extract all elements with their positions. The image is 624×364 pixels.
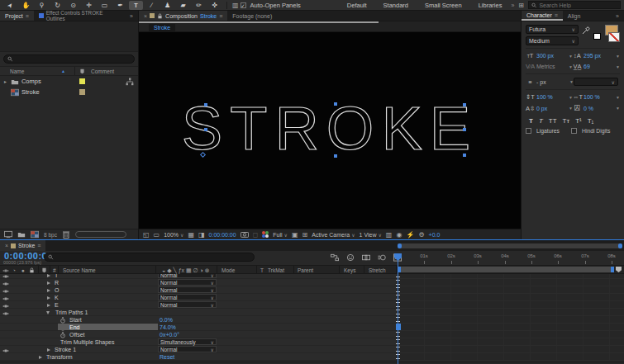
close-icon[interactable]: × [144, 13, 147, 19]
tab-project[interactable]: Project ≡ [0, 11, 34, 21]
clone-stamp-tool[interactable]: ♟ [160, 1, 174, 10]
timeline-row-group-r[interactable]: R Normal∨ [0, 279, 624, 286]
selected-property-mark[interactable] [396, 324, 401, 330]
mini-flowchart-icon[interactable] [331, 253, 339, 262]
navigator-end-handle[interactable] [618, 243, 622, 248]
work-area-bar[interactable] [398, 267, 614, 272]
blend-mode-dropdown[interactable]: Normal∨ [158, 301, 217, 308]
twirl-icon[interactable] [47, 289, 50, 292]
column-stretch[interactable]: Stretch [369, 267, 386, 273]
keyframe-lane[interactable] [398, 279, 624, 286]
timeline-row-group-o[interactable]: O Normal∨ [0, 286, 624, 294]
composition-breadcrumb[interactable]: Stroke [149, 24, 175, 31]
font-family-select[interactable]: Futura∨ [526, 25, 579, 34]
horizontal-scale-field[interactable]: ⇔T 100 %▼ [573, 93, 620, 101]
twirl-icon[interactable]: ► [3, 79, 7, 84]
keyframe-lane[interactable] [398, 301, 624, 309]
timeline-jump-icon[interactable]: ⚙ [418, 231, 424, 239]
selection-tool[interactable]: ➤ [3, 1, 17, 10]
brush-tool[interactable]: ∕ [145, 1, 159, 10]
baseline-shift-field[interactable]: A⇳ 0 px▼ [526, 104, 573, 112]
video-column-icon[interactable] [2, 267, 9, 274]
selection-handle-middle-left[interactable] [204, 128, 207, 131]
keyframe-lane[interactable] [398, 324, 624, 331]
blend-mode-dropdown[interactable]: Normal∨ [158, 274, 217, 278]
keyframe-lane[interactable] [398, 309, 624, 316]
property-name[interactable]: Start [69, 316, 82, 324]
stroke-width-field[interactable]: ≡ - px▼ [526, 78, 574, 86]
camera-tool[interactable]: ⊙ [66, 1, 80, 10]
label-color-swatch[interactable] [79, 89, 85, 95]
rectangle-tool[interactable]: ▭ [98, 1, 112, 10]
subscript-button[interactable]: T₁ [588, 117, 594, 125]
leading-field[interactable]: ↕A 295 px▼ [573, 52, 620, 59]
blend-mode-dropdown[interactable]: Normal∨ [158, 279, 217, 286]
always-preview-icon[interactable]: ◱ [143, 231, 150, 239]
composition-canvas[interactable]: STROKE [139, 32, 521, 229]
twirl-down-icon[interactable] [46, 311, 50, 314]
faux-italic-button[interactable]: T [539, 117, 543, 125]
all-caps-button[interactable]: TT [549, 117, 557, 125]
panel-menu-icon[interactable]: ≡ [37, 243, 40, 248]
fast-previews-icon[interactable]: ⚡ [406, 231, 414, 239]
navigator-start-handle[interactable] [398, 243, 402, 248]
workspace-overflow-chevron[interactable]: » [511, 2, 514, 8]
workspace-standard[interactable]: Standard [376, 2, 416, 9]
tab-align[interactable]: Align [563, 11, 586, 21]
twirl-icon[interactable] [47, 274, 50, 277]
keyframe-lane[interactable] [398, 338, 624, 346]
auto-open-panels-checkbox[interactable]: ✓ [241, 2, 246, 8]
playhead-line[interactable] [398, 253, 398, 364]
shy-layers-icon[interactable] [346, 253, 355, 262]
view-layout-dropdown[interactable]: 1 View∨ [360, 232, 382, 238]
keyframe-lane[interactable] [398, 294, 624, 301]
project-item-stroke[interactable]: Stroke [0, 87, 138, 97]
selection-handle-middle-right[interactable] [463, 128, 466, 131]
no-stroke-swatch[interactable] [608, 32, 620, 42]
sort-ascending-icon[interactable]: ▲ [61, 69, 65, 73]
font-style-select[interactable]: Medium∨ [526, 36, 579, 45]
column-source-name[interactable]: Source Name [63, 267, 96, 273]
resolution-dropdown[interactable]: Full∨ [273, 232, 288, 238]
frame-blending-icon[interactable] [362, 253, 370, 262]
selection-handle-bottom-right[interactable] [463, 154, 466, 157]
timeline-row-start[interactable]: Start 0.0% [0, 316, 624, 324]
workspace-small-screen[interactable]: Small Screen [417, 2, 469, 9]
share-view-icon[interactable]: ▥ [386, 231, 393, 239]
pixel-aspect-icon[interactable]: ◉ [396, 231, 402, 239]
panel-menu-icon[interactable]: ≡ [219, 13, 222, 19]
keyframe-lane[interactable] [398, 353, 624, 361]
interpret-footage-icon[interactable] [4, 230, 12, 239]
row-name[interactable]: E [55, 301, 59, 309]
bit-depth-button[interactable]: 8 bpc [44, 232, 57, 238]
region-of-interest-icon[interactable]: ▣ [292, 231, 298, 239]
time-navigator[interactable] [398, 243, 622, 248]
property-name[interactable]: End [69, 324, 79, 331]
motion-blur-icon[interactable] [378, 253, 386, 262]
help-search-input[interactable] [539, 2, 617, 8]
workspace-default[interactable]: Default [340, 2, 374, 9]
column-keys[interactable]: Keys [344, 267, 355, 273]
row-name[interactable]: R [55, 279, 59, 286]
project-item-comps[interactable]: ► Comps [0, 76, 138, 87]
magnification-monitor-icon[interactable]: ▭ [154, 231, 160, 239]
channels-icon[interactable] [262, 231, 269, 238]
stopwatch-icon[interactable] [60, 332, 66, 338]
timeline-row-transform[interactable]: Transform Reset [0, 353, 624, 361]
selection-handle-bottom-middle[interactable] [334, 154, 337, 158]
property-name[interactable]: Offset [69, 331, 85, 338]
twirl-icon[interactable] [39, 356, 42, 359]
stopwatch-icon[interactable] [60, 317, 66, 324]
roto-brush-tool[interactable]: ✏ [192, 1, 206, 10]
ligatures-checkbox-row[interactable]: Ligatures [526, 128, 560, 134]
twirl-icon[interactable] [47, 348, 50, 352]
snapshot-camera-icon[interactable] [241, 230, 249, 239]
project-search-box[interactable] [3, 54, 135, 64]
column-name[interactable]: Name [10, 69, 24, 74]
timeline-row-group-k[interactable]: K Normal∨ [0, 294, 624, 301]
close-icon[interactable]: × [5, 243, 8, 248]
new-composition-icon[interactable] [31, 230, 39, 239]
row-name[interactable]: Trim Paths 1 [55, 309, 88, 316]
property-value[interactable]: 74.0% [160, 324, 176, 331]
trim-multiple-shapes-dropdown[interactable]: Simultaneously∨ [158, 338, 217, 345]
